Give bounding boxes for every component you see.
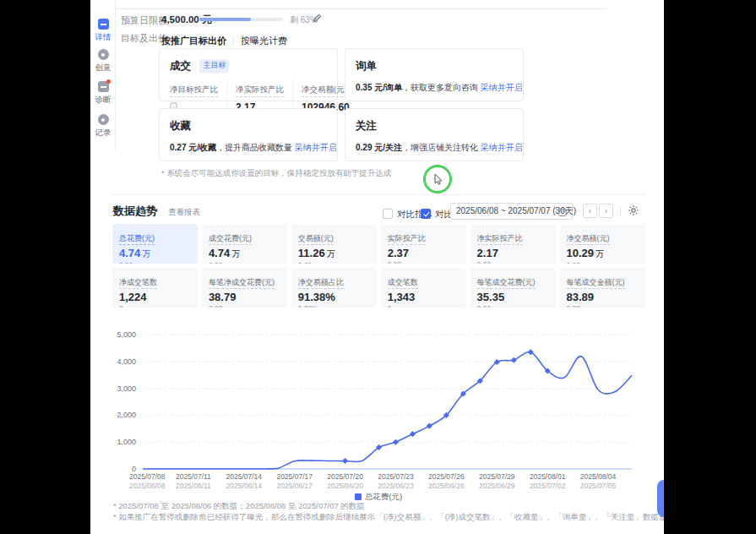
stat-tile-7[interactable]: 净成交笔数1,2240 [112,268,198,308]
data-point-marker[interactable] [410,431,416,437]
svg-text:2025/06/29: 2025/06/29 [479,482,515,490]
trend-line-chart[interactable]: 01,0002,0003,0004,0005,0002025/07/082025… [112,328,645,493]
chart-footnote-1: * 2025/07/08 至 2025/08/06 的数据；2025/06/08… [113,501,365,512]
stat-label: 实际投产比 [388,233,426,245]
sidebar-item-label: 详情 [90,32,116,43]
stat-label: 交易额(元) [298,233,334,245]
stat-value: 4.74万 [119,247,191,260]
svg-text:2025/07/23: 2025/07/23 [378,472,414,481]
goal-card-deal[interactable]: 成交 主目标 净目标投产比 i2.45 净实际投产比2.17净交易额(元)102… [159,48,338,101]
goal-card-inquiry[interactable]: 询单0.35 元/询单，获取更多意向咨询 采纳并开启 [345,48,524,101]
diagnose-icon [98,81,109,92]
svg-text:2025/06/23: 2025/06/23 [378,482,414,490]
svg-text:2025/06/11: 2025/06/11 [176,482,211,490]
svg-text:2025/08/04: 2025/08/04 [580,472,617,481]
stat-tile-9[interactable]: 净交易额占比91.38%0.00% [291,268,377,308]
bid-option-1[interactable]: 按推广目标出价 [161,35,226,46]
card-description: 0.27 元/收藏，提升商品收藏数量 采纳并开启 [170,142,327,154]
next-period-button[interactable]: › [599,204,613,218]
data-point-marker[interactable] [427,423,432,429]
stat-value: 83.89 [567,291,639,303]
stat-label: 每笔净成交花费(元) [209,277,275,289]
controls-divider [620,207,621,215]
stat-tile-4[interactable]: 实际投产比2.370.00 [381,224,466,264]
view-report-link[interactable]: 查看报表 [168,207,200,218]
prev-period-button[interactable]: ‹ [583,204,597,218]
stat-value: 11.26万 [298,247,370,260]
stat-compare-value: 0 [388,304,460,308]
goal-card-follow[interactable]: 关注0.29 元/关注，增强店铺关注转化 采纳并开启 [345,108,524,161]
date-range-picker[interactable]: 2025/06/08 ~ 2025/07/07 (30天) [450,203,573,220]
svg-text:2025/07/08: 2025/07/08 [129,472,166,481]
stat-tile-3[interactable]: 交易额(元)11.26万0.00 [291,224,377,264]
stat-tile-5[interactable]: 净实际投产比2.170.00 [470,224,556,264]
data-point-marker[interactable] [342,458,348,464]
doc-icon [98,19,109,30]
svg-text:3,000: 3,000 [117,384,136,393]
sidebar-item-1[interactable]: 详情 [90,19,116,43]
stat-value: 1,224 [119,291,191,303]
pin-icon [98,49,109,60]
trend-title: 数据趋势 [113,204,157,219]
sidebar-item-4[interactable]: 记录 [90,114,116,139]
stat-tile-11[interactable]: 每笔成交花费(元)35.350.00 [470,268,556,308]
mouse-cursor-icon [434,174,444,186]
stat-value: 1,343 [388,291,460,303]
sidebar-item-2[interactable]: 创意 [90,49,116,74]
budget-slider[interactable] [199,18,283,21]
stat-compare-value: 0 [119,304,191,308]
stat-tile-6[interactable]: 净交易额(元)10.29万0.00 [560,224,645,264]
stat-tile-1[interactable]: 总花费(元)4.74万0.00 [112,224,198,264]
data-point-marker[interactable] [511,357,517,363]
svg-text:2025/06/20: 2025/06/20 [327,482,363,490]
goal-card-favorite[interactable]: 收藏0.27 元/收藏，提升商品收藏数量 采纳并开启 [159,108,338,161]
compare-metric-box[interactable] [383,209,393,219]
side-drawer-handle[interactable] [657,480,664,517]
clock-icon [98,114,109,125]
adopt-and-enable-link[interactable]: 采纳并开启 [481,143,523,152]
svg-text:2025/07/29: 2025/07/29 [479,472,515,481]
stat-compare-value: 0.00 [567,261,639,264]
svg-text:4,000: 4,000 [117,357,136,366]
stat-compare-value: 0.00 [388,260,460,264]
svg-text:2025/07/20: 2025/07/20 [327,472,363,481]
svg-text:2025/07/17: 2025/07/17 [276,472,313,481]
stat-label: 净成交笔数 [119,277,157,289]
stat-value: 91.38% [298,291,370,303]
chart-footnote-2: * 如果推广在暂停或删除前已经获得了曝光，那么在暂停或删除后继续展示「(净)交易… [113,512,664,523]
stat-compare-value: 0.00 [477,260,549,264]
compare-time-box[interactable] [421,209,431,219]
sidebar-item-3[interactable]: 诊断 [90,81,116,106]
stat-value: 38.79 [209,291,280,303]
stat-tile-8[interactable]: 每笔净成交花费(元)38.790.00 [202,268,287,308]
data-point-marker[interactable] [393,439,399,445]
stat-value: 10.29万 [567,247,639,260]
stat-label: 净实际投产比 [477,233,523,245]
adopt-and-enable-link[interactable]: 采纳并开启 [481,83,523,92]
stat-label: 每笔成交花费(元) [477,277,536,289]
stat-compare-value: 0.00 [567,304,639,308]
stat-tile-10[interactable]: 成交笔数1,3430 [381,268,466,308]
svg-text:2025/07/14: 2025/07/14 [226,472,263,481]
stat-label: 净交易额占比 [298,277,344,289]
bid-options: 按推广目标出价按曝光计费 [161,32,287,47]
stat-compare-value: 0.00 [209,261,280,264]
adopt-and-enable-link[interactable]: 采纳并开启 [295,143,337,152]
stat-label: 成交笔数 [388,277,418,289]
stat-compare-value: 0.00 [298,261,370,264]
bid-option-2[interactable]: 按曝光计费 [241,35,287,46]
card-title: 询单 [356,59,377,74]
svg-text:2025/07/02: 2025/07/02 [530,482,566,490]
deal-metric-label: 净实际投产比 [236,84,284,97]
svg-text:1,000: 1,000 [117,438,136,446]
sidebar-item-label: 记录 [90,128,116,139]
stat-tile-2[interactable]: 成交花费(元)4.74万0.00 [202,224,287,264]
deal-metric-label: 净交易额(元) [302,84,347,97]
svg-text:2025/07/26: 2025/07/26 [428,472,465,481]
edit-budget-icon[interactable] [313,14,322,23]
settings-gear-icon[interactable] [628,204,639,216]
stat-tile-12[interactable]: 每笔成交金额(元)83.890.00 [560,268,645,308]
card-title: 收藏 [170,119,191,134]
section-divider [112,194,646,195]
sidebar-item-label: 创意 [90,63,116,74]
